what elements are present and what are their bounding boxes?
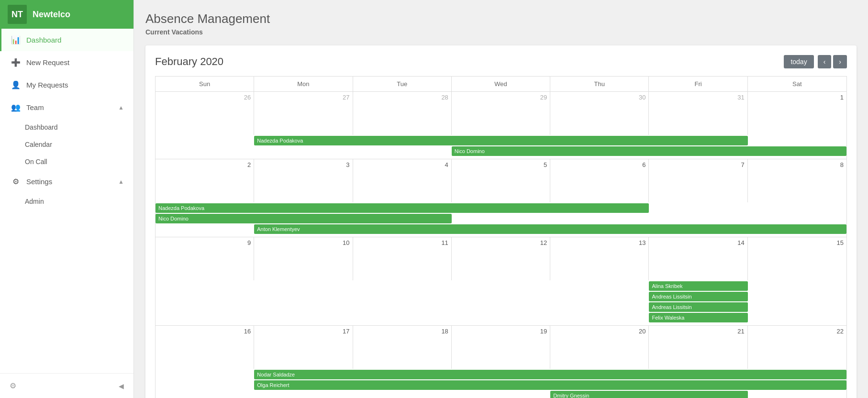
sidebar-item-team-calendar[interactable]: Calendar — [25, 136, 134, 153]
event-felix-1[interactable]: Felix Waleska — [649, 313, 747, 322]
day-12: 12 — [452, 237, 550, 280]
col-fri: Fri — [649, 77, 747, 91]
today-button[interactable]: today — [784, 55, 813, 68]
col-tue: Tue — [353, 77, 452, 91]
day-5: 5 — [452, 159, 550, 202]
prev-button[interactable]: ‹ — [818, 55, 832, 68]
page-subtitle: Current Vacations — [145, 28, 857, 36]
day-31-prev: 31 — [649, 92, 747, 135]
event-nico-1[interactable]: Nico Domino — [452, 146, 846, 156]
main-content: Absence Management Current Vacations Feb… — [134, 0, 868, 398]
event-empty-2 — [748, 136, 846, 145]
day-22: 22 — [748, 326, 846, 369]
sidebar-collapse-button[interactable]: ◀ — [119, 382, 124, 390]
sidebar-header: NT Newtelco — [0, 0, 134, 29]
calendar-title: February 2020 — [155, 55, 784, 68]
day-18: 18 — [353, 326, 452, 369]
sidebar-item-team-oncall[interactable]: On Call — [25, 153, 134, 170]
col-sun: Sun — [156, 77, 254, 91]
settings-icon: ⚙ — [11, 177, 21, 186]
col-wed: Wed — [452, 77, 550, 91]
event-olga-1[interactable]: Olga Reichert — [254, 380, 846, 390]
sidebar-item-admin[interactable]: Admin — [25, 193, 134, 210]
chevron-up-icon: ▲ — [118, 104, 124, 111]
footer-settings-icon: ⚙ — [10, 381, 16, 390]
day-16: 16 — [156, 326, 254, 369]
week-4-events: Nodar Saldadze Olga Reichert Dmitry Gnes… — [156, 369, 846, 398]
event-nadezda-2[interactable]: Nadezda Podakova — [156, 203, 649, 213]
week-1-events: Nadezda Podakova Nico Domino — [156, 135, 846, 159]
sidebar-item-new-request-label: New Request — [26, 58, 69, 66]
team-icon: 👥 — [11, 103, 21, 112]
sidebar-team-section[interactable]: 👥 Team ▲ — [0, 96, 134, 119]
day-21: 21 — [649, 326, 747, 369]
day-27-prev: 27 — [254, 92, 353, 135]
calendar-header: February 2020 today ‹ › — [155, 55, 847, 68]
event-andreas-1[interactable]: Andreas Lissitsin — [649, 292, 747, 301]
sidebar-team-label: Team — [26, 103, 118, 111]
col-thu: Thu — [550, 77, 649, 91]
event-row-2: Nico Domino — [156, 146, 846, 156]
day-17: 17 — [254, 326, 353, 369]
plus-icon: ➕ — [11, 58, 21, 67]
day-20: 20 — [550, 326, 649, 369]
sidebar-item-dashboard-label: Dashboard — [26, 36, 61, 44]
day-1-feb: 1 — [748, 92, 846, 135]
calendar-header-row: Sun Mon Tue Wed Thu Fri Sat — [156, 77, 846, 92]
day-6: 6 — [550, 159, 649, 202]
day-13: 13 — [550, 237, 649, 280]
day-29-prev: 29 — [452, 92, 550, 135]
week-3-events: Alina Skribek Andreas Lissitsin Andreas … — [156, 280, 846, 325]
day-30-prev: 30 — [550, 92, 649, 135]
sidebar-company-name: Newtelco — [33, 10, 70, 20]
week-3: 9 10 11 12 13 14 15 Alina Skribek — [156, 237, 846, 326]
sidebar-footer: ⚙ ◀ — [0, 373, 134, 398]
day-19: 19 — [452, 326, 550, 369]
sidebar-settings-submenu: Admin — [0, 193, 134, 210]
day-8: 8 — [748, 159, 846, 202]
sidebar-item-dashboard[interactable]: 📊 Dashboard — [0, 29, 134, 51]
day-14: 14 — [649, 237, 747, 280]
week-4-days: 16 17 18 19 20 21 22 — [156, 326, 846, 369]
day-2: 2 — [156, 159, 254, 202]
week-1-days: 26 27 28 29 30 31 1 — [156, 92, 846, 135]
sidebar-item-my-requests[interactable]: 👤 My Requests — [0, 74, 134, 96]
event-row: Nadezda Podakova — [156, 136, 846, 145]
col-mon: Mon — [254, 77, 353, 91]
col-sat: Sat — [748, 77, 846, 91]
event-nodar-1[interactable]: Nodar Saldadze — [254, 370, 846, 379]
week-2: 2 3 4 5 6 7 8 Nadezda Podakova Nico Domi… — [156, 159, 846, 237]
day-3: 3 — [254, 159, 353, 202]
day-26-prev: 26 — [156, 92, 254, 135]
event-nico-2[interactable]: Nico Domino — [156, 214, 452, 223]
sidebar: NT Newtelco 📊 Dashboard ➕ New Request 👤 … — [0, 0, 134, 398]
calendar-grid: Sun Mon Tue Wed Thu Fri Sat 26 27 28 29 … — [155, 76, 847, 398]
event-andreas-2[interactable]: Andreas Lissitsin — [649, 302, 747, 312]
week-2-events: Nadezda Podakova Nico Domino Anton Kleme… — [156, 202, 846, 237]
day-7: 7 — [649, 159, 747, 202]
calendar-nav: today ‹ › — [784, 55, 847, 68]
sidebar-item-team-dashboard[interactable]: Dashboard — [25, 119, 134, 136]
chevron-up-icon-settings: ▲ — [118, 178, 124, 185]
sidebar-settings-label: Settings — [26, 177, 118, 186]
week-3-days: 9 10 11 12 13 14 15 — [156, 237, 846, 280]
sidebar-item-my-requests-label: My Requests — [26, 81, 68, 89]
day-15: 15 — [748, 237, 846, 280]
event-alina-1[interactable]: Alina Skribek — [649, 281, 747, 291]
sidebar-settings-section[interactable]: ⚙ Settings ▲ — [0, 170, 134, 193]
week-2-days: 2 3 4 5 6 7 8 — [156, 159, 846, 202]
event-empty — [156, 136, 254, 145]
event-nadezda-1[interactable]: Nadezda Podakova — [254, 136, 747, 145]
day-9: 9 — [156, 237, 254, 280]
next-button[interactable]: › — [833, 55, 847, 68]
week-4: 16 17 18 19 20 21 22 Nodar Saldadze Olg — [156, 326, 846, 398]
sidebar-logo: NT — [8, 5, 27, 24]
page-title: Absence Management — [145, 11, 857, 26]
dashboard-icon: 📊 — [11, 35, 21, 44]
day-4: 4 — [353, 159, 452, 202]
sidebar-item-new-request[interactable]: ➕ New Request — [0, 51, 134, 74]
event-anton-1[interactable]: Anton Klementyev — [254, 224, 846, 234]
event-dmitry-1[interactable]: Dmitry Gnessin — [550, 391, 748, 398]
day-28-prev: 28 — [353, 92, 452, 135]
day-10: 10 — [254, 237, 353, 280]
